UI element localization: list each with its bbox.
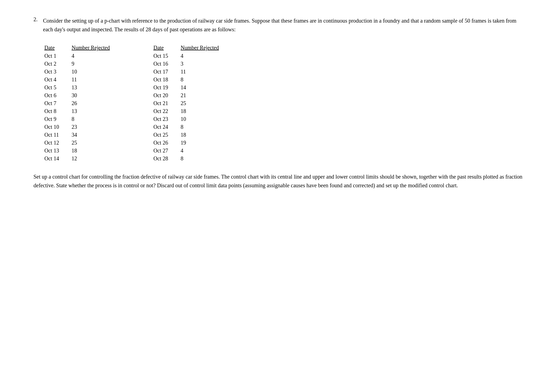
rejected-cell: 4	[181, 52, 230, 60]
table-row: Oct 98	[44, 115, 121, 123]
problem-header: 2. Consider the setting up of a p-chart …	[33, 16, 524, 34]
table-row: Oct 2021	[154, 91, 230, 99]
date-cell: Oct 25	[154, 131, 181, 139]
left-rejected-header: Number Rejected	[72, 44, 121, 52]
date-cell: Oct 27	[154, 147, 181, 155]
date-cell: Oct 16	[154, 60, 181, 68]
rejected-cell: 13	[72, 84, 121, 91]
rejected-cell: 18	[181, 107, 230, 115]
right-table: Date Number Rejected Oct 154Oct 163Oct 1…	[154, 44, 230, 163]
rejected-cell: 18	[72, 147, 121, 155]
rejected-cell: 25	[181, 99, 230, 107]
date-cell: Oct 23	[154, 115, 181, 123]
table-row: Oct 2518	[154, 131, 230, 139]
date-cell: Oct 11	[44, 131, 72, 139]
date-cell: Oct 19	[154, 84, 181, 91]
table-row: Oct 288	[154, 155, 230, 163]
rejected-cell: 14	[181, 84, 230, 91]
table-row: Oct 154	[154, 52, 230, 60]
rejected-cell: 26	[72, 99, 121, 107]
rejected-cell: 18	[181, 131, 230, 139]
table-row: Oct 813	[44, 107, 121, 115]
date-cell: Oct 8	[44, 107, 72, 115]
rejected-cell: 23	[72, 123, 121, 131]
date-cell: Oct 4	[44, 76, 72, 84]
date-cell: Oct 10	[44, 123, 72, 131]
table-row: Oct 2619	[154, 139, 230, 147]
date-cell: Oct 22	[154, 107, 181, 115]
data-tables: Date Number Rejected Oct 14Oct 29Oct 310…	[44, 44, 524, 163]
table-row: Oct 726	[44, 99, 121, 107]
rejected-cell: 10	[181, 115, 230, 123]
left-date-header: Date	[44, 44, 72, 52]
problem-container: 2. Consider the setting up of a p-chart …	[33, 16, 524, 190]
date-cell: Oct 15	[154, 52, 181, 60]
date-cell: Oct 13	[44, 147, 72, 155]
date-cell: Oct 6	[44, 91, 72, 99]
date-cell: Oct 18	[154, 76, 181, 84]
date-cell: Oct 5	[44, 84, 72, 91]
date-cell: Oct 17	[154, 68, 181, 76]
rejected-cell: 8	[72, 115, 121, 123]
rejected-cell: 4	[72, 52, 121, 60]
table-row: Oct 1914	[154, 84, 230, 91]
date-cell: Oct 3	[44, 68, 72, 76]
table-row: Oct 2218	[154, 107, 230, 115]
table-row: Oct 630	[44, 91, 121, 99]
problem-number: 2.	[33, 16, 38, 34]
rejected-cell: 19	[181, 139, 230, 147]
date-cell: Oct 7	[44, 99, 72, 107]
table-row: Oct 2310	[154, 115, 230, 123]
rejected-cell: 12	[72, 155, 121, 163]
date-cell: Oct 26	[154, 139, 181, 147]
table-row: Oct 188	[154, 76, 230, 84]
date-cell: Oct 20	[154, 91, 181, 99]
rejected-cell: 11	[72, 76, 121, 84]
closing-text: Set up a control chart for controlling t…	[33, 172, 524, 190]
left-table: Date Number Rejected Oct 14Oct 29Oct 310…	[44, 44, 121, 163]
date-cell: Oct 21	[154, 99, 181, 107]
rejected-cell: 3	[181, 60, 230, 68]
date-cell: Oct 9	[44, 115, 72, 123]
table-row: Oct 513	[44, 84, 121, 91]
date-cell: Oct 1	[44, 52, 72, 60]
problem-text: Consider the setting up of a p-chart wit…	[43, 16, 524, 34]
rejected-cell: 21	[181, 91, 230, 99]
table-row: Oct 411	[44, 76, 121, 84]
right-rejected-header: Number Rejected	[181, 44, 230, 52]
right-date-header: Date	[154, 44, 181, 52]
rejected-cell: 13	[72, 107, 121, 115]
rejected-cell: 11	[181, 68, 230, 76]
table-row: Oct 1412	[44, 155, 121, 163]
rejected-cell: 9	[72, 60, 121, 68]
table-row: Oct 248	[154, 123, 230, 131]
table-row: Oct 1023	[44, 123, 121, 131]
rejected-cell: 25	[72, 139, 121, 147]
date-cell: Oct 28	[154, 155, 181, 163]
date-cell: Oct 14	[44, 155, 72, 163]
rejected-cell: 30	[72, 91, 121, 99]
table-row: Oct 14	[44, 52, 121, 60]
table-row: Oct 29	[44, 60, 121, 68]
table-row: Oct 1225	[44, 139, 121, 147]
table-row: Oct 2125	[154, 99, 230, 107]
table-row: Oct 163	[154, 60, 230, 68]
table-row: Oct 1711	[154, 68, 230, 76]
table-row: Oct 310	[44, 68, 121, 76]
table-row: Oct 1134	[44, 131, 121, 139]
rejected-cell: 10	[72, 68, 121, 76]
table-row: Oct 1318	[44, 147, 121, 155]
date-cell: Oct 12	[44, 139, 72, 147]
rejected-cell: 4	[181, 147, 230, 155]
rejected-cell: 8	[181, 123, 230, 131]
rejected-cell: 34	[72, 131, 121, 139]
date-cell: Oct 24	[154, 123, 181, 131]
rejected-cell: 8	[181, 76, 230, 84]
table-section: Date Number Rejected Oct 14Oct 29Oct 310…	[44, 44, 524, 163]
rejected-cell: 8	[181, 155, 230, 163]
table-row: Oct 274	[154, 147, 230, 155]
date-cell: Oct 2	[44, 60, 72, 68]
